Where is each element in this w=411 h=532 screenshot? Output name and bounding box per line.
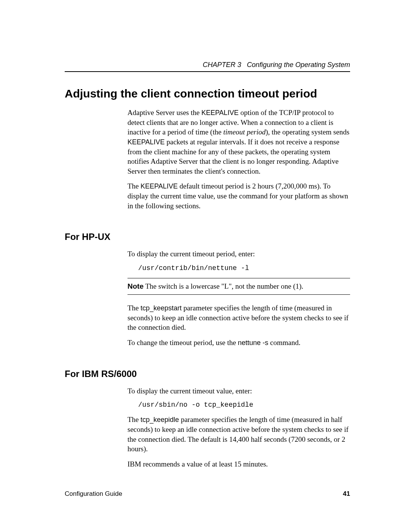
ibm-command: /usr/sbin/no -o tcp_keepidle: [138, 401, 350, 409]
note-label: Note: [127, 282, 143, 290]
note-text: The switch is a lowercase "L", not the n…: [143, 282, 303, 290]
page: CHAPTER 3 Configuring the Operating Syst…: [0, 0, 411, 532]
ibm-recommendation: IBM recommends a value of at least 15 mi…: [127, 459, 350, 469]
nettune-keyword: nettune -s: [238, 339, 268, 347]
tcp-keepidle-keyword: tcp_keepidle: [140, 416, 179, 423]
footer-guide-name: Configuration Guide: [65, 490, 122, 497]
hpux-command: /usr/contrib/bin/nettune -l: [138, 264, 350, 272]
intro-paragraph-1: Adaptive Server uses the KEEPALIVE optio…: [127, 108, 350, 176]
ibm-keepidle-paragraph: The tcp_keepidle parameter specifies the…: [127, 415, 350, 454]
hpux-section: To display the current timeout period, e…: [127, 249, 350, 347]
ibm-intro: To display the current timeout value, en…: [127, 386, 350, 396]
header-rule: [65, 71, 350, 72]
hpux-intro: To display the current timeout period, e…: [127, 249, 350, 259]
timeout-period-term: timeout period: [223, 128, 266, 136]
page-title: Adjusting the client connection timeout …: [65, 87, 350, 100]
intro-paragraph-2: The KEEPALIVE default timeout period is …: [127, 181, 350, 211]
keepalive-keyword: KEEPALIVE: [127, 138, 165, 146]
hpux-keepstart-paragraph: The tcp_keepstart parameter specifies th…: [127, 303, 350, 332]
ibm-heading: For IBM RS/6000: [65, 369, 350, 379]
running-header: CHAPTER 3 Configuring the Operating Syst…: [65, 61, 350, 69]
chapter-label: CHAPTER 3: [203, 61, 241, 69]
intro-section: Adaptive Server uses the KEEPALIVE optio…: [127, 108, 350, 211]
hpux-heading: For HP-UX: [65, 232, 350, 242]
tcp-keepstart-keyword: tcp_keepstart: [140, 304, 182, 312]
note-block: Note The switch is a lowercase "L", not …: [127, 278, 350, 295]
keepalive-keyword: KEEPALIVE: [140, 182, 178, 190]
page-number: 41: [343, 490, 350, 498]
hpux-change-paragraph: To change the timeout period, use the ne…: [127, 338, 350, 348]
page-footer: Configuration Guide 41: [65, 490, 350, 498]
ibm-section: To display the current timeout value, en…: [127, 386, 350, 469]
keepalive-keyword: KEEPALIVE: [201, 109, 239, 117]
chapter-title: Configuring the Operating System: [247, 61, 350, 69]
